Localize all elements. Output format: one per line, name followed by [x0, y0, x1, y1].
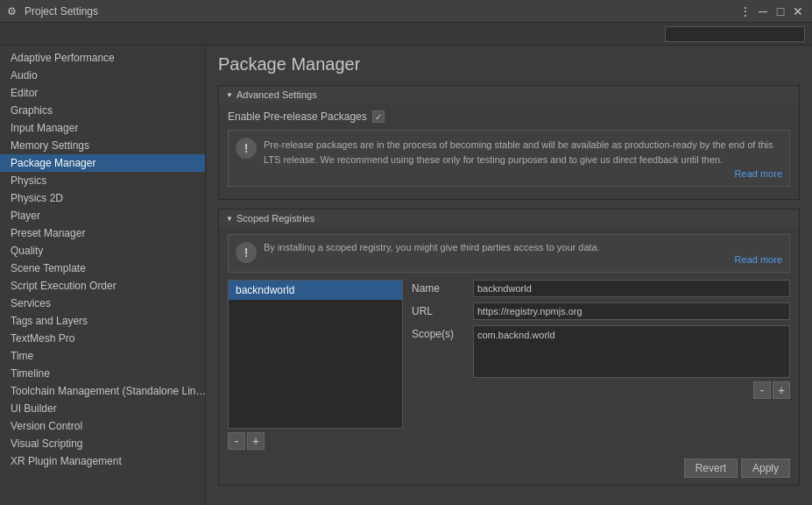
sidebar-item-audio[interactable]: Audio: [0, 67, 205, 84]
url-input[interactable]: [473, 302, 790, 320]
sidebar-item-tags-and-layers[interactable]: Tags and Layers: [0, 312, 205, 330]
title-bar: ⚙ Project Settings ⋮ ─ □ ✕: [0, 0, 812, 23]
scoped-registries-header[interactable]: ▼ Scoped Registries: [219, 210, 799, 227]
sidebar-item-ui-builder[interactable]: UI Builder: [0, 400, 205, 417]
window-title: Project Settings: [25, 5, 98, 18]
sidebar-item-preset-manager[interactable]: Preset Manager: [0, 224, 205, 242]
sidebar-item-services[interactable]: Services: [0, 295, 205, 312]
sidebar-item-xr-plugin-management[interactable]: XR Plugin Management: [0, 452, 205, 470]
menu-dots-button[interactable]: ⋮: [738, 4, 752, 18]
collapse-triangle-icon: ▼: [226, 91, 233, 99]
advanced-settings-section: ▼ Advanced Settings Enable Pre-release P…: [218, 85, 800, 200]
info-icon: !: [236, 138, 257, 159]
sidebar-item-scene-template[interactable]: Scene Template: [0, 260, 205, 277]
sidebar-item-memory-settings[interactable]: Memory Settings: [0, 137, 205, 154]
advanced-settings-body: Enable Pre-release Packages ! Pre-releas…: [219, 103, 799, 199]
maximize-button[interactable]: □: [773, 4, 787, 18]
search-input[interactable]: [665, 26, 805, 42]
registry-detail-column: Name URL Scope(s) com.backnd.world: [412, 280, 790, 450]
scope-buttons: - +: [473, 381, 790, 399]
enable-prerelease-label: Enable Pre-release Packages: [228, 110, 367, 123]
sidebar-item-visual-scripting[interactable]: Visual Scripting: [0, 435, 205, 452]
scopes-wrapper: com.backnd.world - +: [473, 325, 790, 399]
scoped-registries-body: ! By installing a scoped registry, you m…: [219, 227, 799, 485]
scopes-field-row: Scope(s) com.backnd.world - +: [412, 325, 790, 399]
add-scope-button[interactable]: +: [773, 381, 790, 399]
content-area: Package Manager ▼ Advanced Settings Enab…: [206, 46, 812, 505]
sidebar: Adaptive Performance Audio Editor Graphi…: [0, 46, 206, 505]
name-label: Name: [412, 282, 473, 295]
registry-list-item[interactable]: backndworld: [229, 281, 402, 300]
name-field-row: Name: [412, 280, 790, 297]
sidebar-item-input-manager[interactable]: Input Manager: [0, 119, 205, 137]
enable-prerelease-checkbox[interactable]: [372, 110, 385, 123]
gear-icon: ⚙: [7, 5, 19, 18]
scoped-registries-info-text: By installing a scoped registry, you mig…: [264, 242, 782, 252]
scopes-area: com.backnd.world: [473, 325, 790, 378]
search-bar: [0, 23, 812, 46]
title-bar-controls: ⋮ ─ □ ✕: [738, 4, 805, 18]
url-field-row: URL: [412, 302, 790, 320]
url-label: URL: [412, 305, 473, 317]
remove-scope-button[interactable]: -: [753, 381, 771, 399]
scoped-registries-read-more[interactable]: Read more: [264, 254, 782, 265]
scoped-registries-section: ▼ Scoped Registries ! By installing a sc…: [218, 209, 800, 486]
registry-layout: backndworld - + Name: [228, 280, 790, 450]
sidebar-item-version-control[interactable]: Version Control: [0, 417, 205, 435]
sidebar-item-package-manager[interactable]: Package Manager: [0, 154, 205, 172]
apply-button[interactable]: Apply: [741, 459, 790, 478]
minimize-button[interactable]: ─: [756, 4, 770, 18]
title-bar-left: ⚙ Project Settings: [7, 5, 98, 18]
add-registry-button[interactable]: +: [247, 432, 265, 450]
sidebar-item-quality[interactable]: Quality: [0, 242, 205, 260]
prerelease-info-box: ! Pre-release packages are in the proces…: [228, 130, 790, 187]
sidebar-item-script-execution-order[interactable]: Script Execution Order: [0, 277, 205, 295]
sidebar-item-adaptive-performance[interactable]: Adaptive Performance: [0, 49, 205, 67]
advanced-settings-title: Advanced Settings: [237, 89, 317, 100]
sidebar-item-editor[interactable]: Editor: [0, 84, 205, 102]
sidebar-item-player[interactable]: Player: [0, 207, 205, 224]
registry-list-buttons: - +: [228, 432, 403, 450]
scopes-label: Scope(s): [412, 328, 473, 340]
sidebar-item-textmesh-pro[interactable]: TextMesh Pro: [0, 330, 205, 347]
sidebar-item-time[interactable]: Time: [0, 347, 205, 365]
registry-info-icon: !: [236, 242, 257, 263]
sidebar-item-toolchain-management[interactable]: Toolchain Management (Standalone Lin…: [0, 382, 205, 400]
prerelease-info-text: Pre-release packages are in the process …: [264, 138, 782, 167]
scoped-registries-info-box: ! By installing a scoped registry, you m…: [228, 234, 790, 273]
registry-list-column: backndworld - +: [228, 280, 403, 450]
page-title: Package Manager: [218, 54, 800, 75]
prerelease-read-more[interactable]: Read more: [264, 168, 782, 179]
name-input[interactable]: [473, 280, 790, 297]
advanced-settings-header[interactable]: ▼ Advanced Settings: [219, 86, 799, 103]
collapse-triangle-scoped-icon: ▼: [226, 215, 233, 223]
scoped-registries-title: Scoped Registries: [237, 213, 314, 224]
sidebar-item-physics-2d[interactable]: Physics 2D: [0, 189, 205, 207]
registry-info-content: By installing a scoped registry, you mig…: [264, 242, 782, 265]
scope-value: com.backnd.world: [477, 330, 555, 340]
action-buttons: Revert Apply: [228, 459, 790, 478]
sidebar-item-physics[interactable]: Physics: [0, 172, 205, 189]
prerelease-info-content: Pre-release packages are in the process …: [264, 138, 782, 179]
revert-button[interactable]: Revert: [684, 459, 738, 478]
sidebar-item-graphics[interactable]: Graphics: [0, 102, 205, 119]
registry-list: backndworld: [228, 280, 403, 429]
close-button[interactable]: ✕: [791, 4, 805, 18]
sidebar-item-timeline[interactable]: Timeline: [0, 365, 205, 382]
enable-prerelease-row: Enable Pre-release Packages: [228, 110, 790, 123]
main-layout: Adaptive Performance Audio Editor Graphi…: [0, 46, 812, 505]
remove-registry-button[interactable]: -: [228, 432, 245, 450]
